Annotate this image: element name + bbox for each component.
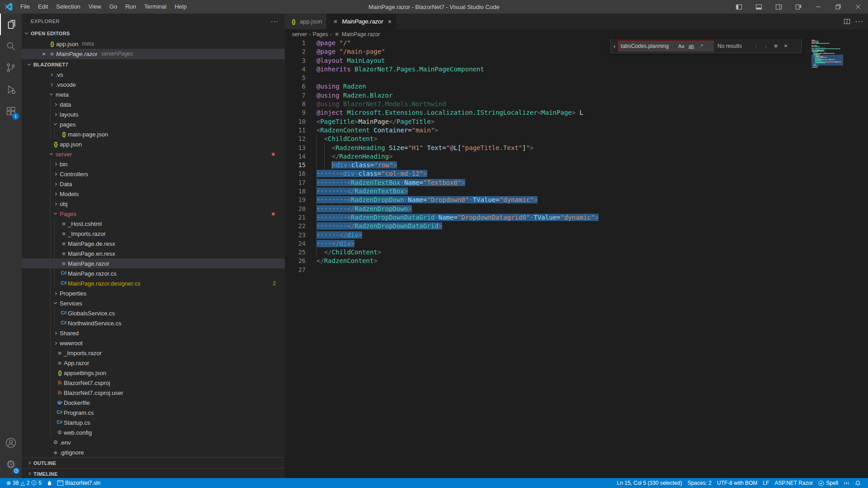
- find-close-icon[interactable]: ×: [781, 42, 791, 49]
- code-line[interactable]: ········<RadzenDropDown·Name="Dropdown0"…: [316, 196, 599, 204]
- close-icon[interactable]: ×: [40, 51, 48, 57]
- open-editor-item[interactable]: ×≡MainPage.razorserver\Pages: [22, 49, 285, 59]
- tree-item--host-cshtml[interactable]: ≡_Host.cshtml: [22, 219, 285, 229]
- outline-header[interactable]: OUTLINE: [22, 457, 285, 468]
- code-line[interactable]: <PageTitle>MainPage</PageTitle>: [316, 117, 599, 126]
- tree-item-wwwroot[interactable]: wwwroot: [22, 338, 285, 348]
- tree-item--vscode[interactable]: .vscode: [22, 80, 285, 89]
- open-editors-header[interactable]: OPEN EDITORS: [22, 28, 285, 39]
- breadcrumb-segment[interactable]: MainPage.razor: [342, 31, 380, 38]
- broadcast-status[interactable]: [841, 478, 852, 488]
- code-line[interactable]: ········<RadzenTextBox·Name="Textbox0">: [316, 178, 599, 187]
- layout-panel-icon[interactable]: [749, 0, 769, 14]
- tree-item-bin[interactable]: bin: [22, 159, 285, 169]
- tree-item-mainpage-razor-cs[interactable]: C#MainPage.razor.cs: [22, 268, 285, 278]
- tree-item-obj[interactable]: obj: [22, 199, 285, 209]
- code-line[interactable]: @inject Microsoft.Extensions.Localizatio…: [316, 108, 599, 117]
- customize-layout-icon[interactable]: [788, 0, 808, 14]
- account-icon[interactable]: [0, 432, 22, 454]
- code-line[interactable]: <RadzenHeading Size="H1" Text="@L["pageT…: [316, 144, 599, 152]
- timeline-header[interactable]: TIMELINE: [22, 468, 285, 479]
- code-line[interactable]: ········</RadzenDropDownDataGrid>: [316, 222, 599, 230]
- encoding-status[interactable]: UTF-8 with BOM: [714, 478, 760, 488]
- tree-item--env[interactable]: ⚙.env: [22, 437, 285, 447]
- tree-item--gitignore[interactable]: ◈.gitignore: [22, 447, 285, 457]
- restore-button[interactable]: [828, 0, 848, 14]
- tree-item-app-json[interactable]: {}app.json: [22, 139, 285, 149]
- flame-status-icon[interactable]: [44, 478, 55, 488]
- eol-status[interactable]: LF: [760, 478, 772, 488]
- extensions-icon[interactable]: 1: [0, 100, 22, 122]
- explorer-more-actions-icon[interactable]: ···: [271, 14, 278, 29]
- find-next-icon[interactable]: ↓: [761, 42, 771, 49]
- find-in-selection-icon[interactable]: ≡: [771, 42, 781, 49]
- tree-item--vs[interactable]: .vs: [22, 70, 285, 80]
- breadcrumb[interactable]: server›Pages›≡MainPage.razor: [285, 29, 868, 39]
- code-line[interactable]: </ChildContent>: [316, 248, 599, 257]
- tree-item-data[interactable]: Data: [22, 179, 285, 189]
- tree-item-pages[interactable]: pages: [22, 119, 285, 129]
- tree-item-startup-cs[interactable]: C#Startup.cs: [22, 418, 285, 427]
- split-editor-icon[interactable]: [844, 18, 850, 25]
- tree-item-dockerfile[interactable]: Dockerfile: [22, 398, 285, 408]
- menu-edit[interactable]: Edit: [34, 0, 52, 14]
- code-editor[interactable]: 1234567891011121314151617181920212223242…: [285, 39, 868, 478]
- code-line[interactable]: ········</RadzenDropDown>: [316, 205, 599, 213]
- code-line[interactable]: ········</RadzenTextBox>: [316, 187, 599, 196]
- code-line[interactable]: </RadzenContent>: [316, 257, 599, 265]
- run-debug-icon[interactable]: [0, 79, 22, 100]
- tree-item-program-cs[interactable]: C#Program.cs: [22, 408, 285, 418]
- code-line[interactable]: [316, 74, 599, 82]
- minimap[interactable]: [811, 40, 843, 69]
- tree-item-services[interactable]: Services: [22, 298, 285, 308]
- code-line[interactable]: @using BlazorNet7.Models.Northwind: [316, 100, 599, 108]
- menu-view[interactable]: View: [85, 0, 105, 14]
- tree-item-meta[interactable]: meta: [22, 89, 285, 99]
- code-line[interactable]: @using Radzen: [316, 82, 599, 91]
- indentation-status[interactable]: Spaces: 2: [685, 478, 714, 488]
- tree-item-shared[interactable]: Shared: [22, 328, 285, 338]
- tree-item-properties[interactable]: Properties: [22, 288, 285, 298]
- code-line[interactable]: <ChildContent>: [316, 135, 599, 143]
- tab-mainpage-razor[interactable]: ≡MainPage.razor×: [327, 14, 396, 29]
- code-line[interactable]: @page "/main-page": [316, 47, 599, 56]
- code-line[interactable]: <RadzenContent Container="main">: [316, 126, 599, 135]
- tree-item-pages[interactable]: Pages: [22, 209, 285, 219]
- minimize-button[interactable]: [808, 0, 828, 14]
- regex-icon[interactable]: .*: [696, 43, 706, 49]
- menu-run[interactable]: Run: [121, 0, 140, 14]
- match-case-icon[interactable]: Aa: [676, 43, 686, 49]
- tree-item-blazornet7-csproj[interactable]: BlazorNet7.csproj: [22, 378, 285, 388]
- notifications-status[interactable]: [852, 478, 863, 488]
- menu-go[interactable]: Go: [105, 0, 121, 14]
- find-input[interactable]: [618, 43, 676, 49]
- whole-word-icon[interactable]: ab: [686, 43, 696, 49]
- code-line[interactable]: ········<RadzenDropDownDataGrid·Name="Dr…: [316, 213, 599, 222]
- layout-sidebar-right-icon[interactable]: [769, 0, 788, 14]
- code-line[interactable]: </RadzenHeading>: [316, 152, 599, 161]
- language-mode-status[interactable]: ASP.NET Razor: [772, 478, 816, 488]
- tree-item-appsettings-json[interactable]: {}appsettings.json: [22, 368, 285, 378]
- breadcrumb-segment[interactable]: Pages: [313, 31, 328, 38]
- tree-item-northwindservice-cs[interactable]: C#NorthwindService.cs: [22, 318, 285, 328]
- tree-item-main-page-json[interactable]: {}main-page.json: [22, 129, 285, 139]
- breadcrumb-segment[interactable]: server: [292, 31, 307, 38]
- code-line[interactable]: @page "/": [316, 39, 599, 47]
- tree-item-globalsservice-cs[interactable]: C#GlobalsService.cs: [22, 308, 285, 318]
- solution-status[interactable]: BlazorNet7.sln: [55, 478, 103, 488]
- find-previous-icon[interactable]: ↑: [751, 42, 761, 49]
- explorer-icon[interactable]: [0, 14, 22, 35]
- tree-item-web-config[interactable]: ⚙web.config: [22, 427, 285, 437]
- settings-gear-icon[interactable]: ⚙: [0, 454, 22, 475]
- code-line[interactable]: [316, 266, 599, 274]
- tree-item-app-razor[interactable]: ≡App.razor: [22, 358, 285, 368]
- tree-item-mainpage-razor[interactable]: ≡MainPage.razor: [22, 258, 285, 268]
- tree-item-models[interactable]: Models: [22, 189, 285, 199]
- close-button[interactable]: [848, 0, 868, 14]
- menu-terminal[interactable]: Terminal: [140, 0, 170, 14]
- tree-item-controllers[interactable]: Controllers: [22, 169, 285, 179]
- tree-item-blazornet7-csproj-user[interactable]: BlazorNet7.csproj.user: [22, 388, 285, 398]
- menu-file[interactable]: File: [16, 0, 34, 14]
- tree-item--imports-razor[interactable]: ≡_Imports.razor: [22, 229, 285, 239]
- tree-item-data[interactable]: data: [22, 99, 285, 109]
